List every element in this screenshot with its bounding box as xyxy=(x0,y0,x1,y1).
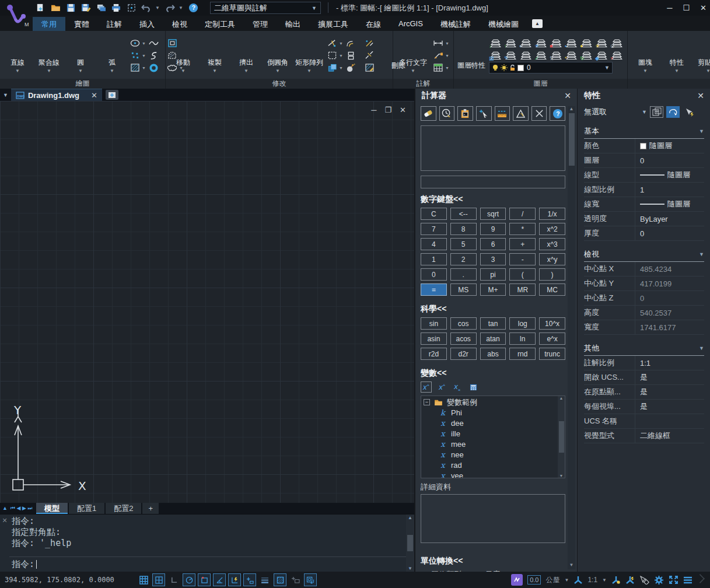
toggle-pickadd-button[interactable] xyxy=(683,106,696,118)
annotation-scale-value[interactable]: 1:1 xyxy=(587,576,597,584)
layer-match-icon[interactable]: ◆ xyxy=(595,50,608,61)
units-section-label[interactable]: 單位轉換<< xyxy=(421,556,565,566)
object-snap-toggle[interactable] xyxy=(198,573,211,586)
grid-display-toggle[interactable] xyxy=(137,573,150,586)
numpad-key-MS[interactable]: MS xyxy=(450,284,477,296)
resize-grip[interactable] xyxy=(695,574,705,583)
chevron-down-icon[interactable]: ▼ xyxy=(699,128,704,134)
sci-key-cos[interactable]: cos xyxy=(450,317,477,330)
doc-list-dropdown-icon[interactable]: ▼ xyxy=(0,92,11,98)
command-input[interactable]: 指令: xyxy=(9,556,406,572)
chevron-down-icon[interactable]: ▼ xyxy=(445,41,450,46)
layer-spark-icon[interactable]: * xyxy=(565,50,578,61)
numpad-key-6[interactable]: 6 xyxy=(480,238,506,250)
modify-trim-icon[interactable] xyxy=(327,38,337,48)
scientific-section-label[interactable]: 科學<< xyxy=(421,304,565,314)
chevron-down-icon[interactable]: ▼ xyxy=(445,54,450,58)
ribbon-collapse-button[interactable]: ▲ xyxy=(532,19,543,28)
layer-off-icon[interactable]: ↓ xyxy=(489,37,502,48)
stretch-button[interactable]: 擠出 ▼ xyxy=(232,37,260,74)
unit-label[interactable]: 公釐 xyxy=(545,575,559,585)
property-value[interactable]: 是 xyxy=(635,387,704,397)
layer-thaw-icon[interactable]: ☀ xyxy=(534,37,548,48)
layer-freeze-icon[interactable]: ● xyxy=(519,37,533,48)
sci-key-rnd[interactable]: rnd xyxy=(509,348,536,360)
sci-key-d2r[interactable]: d2r xyxy=(450,348,477,360)
layer-sun-icon[interactable]: ☀ xyxy=(595,37,608,48)
angle-snap-toggle[interactable] xyxy=(213,573,226,586)
numpad-section-label[interactable]: 數字鍵盤<< xyxy=(421,194,565,205)
properties-close-icon[interactable]: ✕ xyxy=(697,91,704,100)
section-header[interactable]: 基本▼ xyxy=(584,126,704,139)
numpad-key-<--[interactable]: <-- xyxy=(450,208,477,220)
variables-scrollbar[interactable]: ▲▼ xyxy=(558,396,565,478)
ribbon-tab-實體[interactable]: 實體 xyxy=(65,17,98,31)
precision-button[interactable]: 0.0 xyxy=(527,575,541,584)
sci-key-trunc[interactable]: trunc xyxy=(539,348,565,360)
draw-points-icon[interactable] xyxy=(130,50,140,61)
numpad-key-4[interactable]: 4 xyxy=(421,238,447,250)
ortho-mode-toggle[interactable] xyxy=(167,573,180,586)
save-as-icon[interactable] xyxy=(79,1,92,14)
layer-visible-icon[interactable]: ⊙ xyxy=(610,37,624,48)
variable-item[interactable]: xrad xyxy=(424,460,562,471)
sci-key-asin[interactable]: asin xyxy=(421,332,447,345)
layout-nav-icons[interactable]: ▲ ⏮ ◀ ▶ ⏭ xyxy=(0,503,36,514)
numpad-key-3[interactable]: 3 xyxy=(480,253,506,265)
app-badge-icon[interactable] xyxy=(511,574,523,586)
property-value[interactable]: ByLayer xyxy=(635,215,704,223)
sci-key-e^x[interactable]: e^x xyxy=(539,332,565,345)
line-button[interactable]: 直線 ▼ xyxy=(4,37,32,74)
polyline-button[interactable]: 聚合線 ▼ xyxy=(35,37,63,74)
chevron-down-icon[interactable]: ▼ xyxy=(564,578,569,583)
numpad-key-MR[interactable]: MR xyxy=(509,284,536,296)
variable-item[interactable]: xdee xyxy=(424,418,562,429)
chevron-down-icon[interactable]: ▼ xyxy=(339,54,344,58)
sci-key-r2d[interactable]: r2d xyxy=(421,348,447,360)
property-value[interactable]: 二維線框 xyxy=(635,430,704,441)
ribbon-tab-輸出[interactable]: 輸出 xyxy=(277,17,309,31)
calc-getcoord-icon[interactable] xyxy=(476,106,492,121)
modify-join-icon[interactable] xyxy=(345,50,356,61)
layer-check-icon[interactable]: ✓ xyxy=(534,50,548,61)
calculator-scrollbar[interactable]: ▲▼ xyxy=(568,106,575,569)
fillet-button[interactable]: 倒圓角 ▼ xyxy=(264,37,292,74)
variable-folder[interactable]: −變數範例 xyxy=(424,397,562,408)
property-value[interactable]: 0 xyxy=(635,294,704,303)
undo-dropdown-icon[interactable]: ▼ xyxy=(155,5,161,10)
numpad-key-7[interactable]: 7 xyxy=(421,223,447,235)
chevron-down-icon[interactable]: ▼ xyxy=(699,251,704,257)
command-scrollbar[interactable]: ▲▼ xyxy=(406,514,414,572)
chevron-down-icon[interactable]: ▼ xyxy=(699,345,704,351)
settings-gear-icon[interactable] xyxy=(654,575,664,585)
workspace-switch-icon[interactable] xyxy=(639,576,649,584)
ribbon-tab-管理[interactable]: 管理 xyxy=(244,17,277,31)
dynamic-input-toggle[interactable] xyxy=(243,573,256,586)
calc-intersection-icon[interactable] xyxy=(531,106,547,121)
cycle-select-toggle[interactable] xyxy=(304,573,317,586)
annotation-scale-icon[interactable] xyxy=(573,576,583,584)
modify-scalebox-icon[interactable] xyxy=(327,50,337,61)
numpad-key-C[interactable]: C xyxy=(421,208,447,220)
property-value[interactable]: 540.2537 xyxy=(635,309,704,317)
modify-offset-icon[interactable] xyxy=(345,38,356,48)
layer-edit-icon[interactable]: ✎ xyxy=(504,50,517,61)
sci-key-tan[interactable]: tan xyxy=(480,317,506,330)
property-value[interactable]: 隨圖層 xyxy=(635,199,704,209)
annotation-visibility-icon[interactable] xyxy=(611,576,621,584)
numpad-key-0[interactable]: 0 xyxy=(421,268,447,281)
polar-tracking-toggle[interactable] xyxy=(183,573,195,586)
variable-item[interactable]: xvee xyxy=(424,471,562,478)
numpad-key-.[interactable]: . xyxy=(450,268,477,281)
viewport-close-button[interactable]: ✕ xyxy=(400,106,406,114)
calculator-history-box[interactable] xyxy=(421,125,565,171)
draw-ellipse-icon[interactable] xyxy=(130,38,140,48)
numpad-key-1[interactable]: 1 xyxy=(421,253,447,265)
ribbon-tab-定制工具[interactable]: 定制工具 xyxy=(196,17,244,31)
numpad-key-+[interactable]: + xyxy=(509,238,536,250)
variable-item[interactable]: kPhi xyxy=(424,408,562,418)
chevron-down-icon[interactable]: ▼ xyxy=(142,41,146,46)
numpad-key--[interactable]: - xyxy=(509,253,536,265)
calculator-input-box[interactable] xyxy=(421,176,565,188)
layer-bulb-icon[interactable]: ● xyxy=(580,37,593,48)
